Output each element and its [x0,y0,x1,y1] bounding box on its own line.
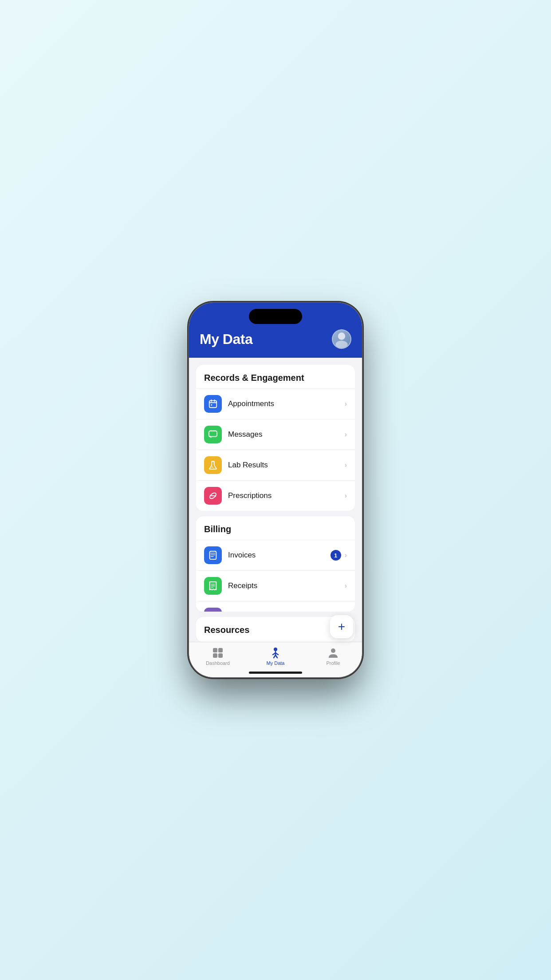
phone-frame: My Data Records & Engagement [189,303,362,677]
receipts-item[interactable]: Receipts › [196,570,355,601]
avatar[interactable] [332,329,351,349]
tab-my-data[interactable]: My Data [247,647,304,666]
svg-rect-27 [213,648,217,652]
invoices-item[interactable]: Invoices 1 › [196,540,355,570]
appointments-label: Appointments [228,399,345,408]
invoices-label: Invoices [228,551,331,560]
tab-profile[interactable]: Profile [304,647,362,666]
fab-plus-icon: + [338,620,345,633]
dashboard-tab-icon [212,647,224,659]
home-indicator [249,672,302,674]
lab-results-label: Lab Results [228,461,345,470]
svg-point-10 [213,468,214,469]
messages-label: Messages [228,430,345,439]
svg-rect-7 [209,431,217,437]
fab-button[interactable]: + [330,615,353,638]
grid-icon [212,647,224,659]
billing-section: Billing Invoices 1 › [196,516,355,612]
phone-screen: My Data Records & Engagement [189,303,362,677]
person-active-icon [270,647,281,659]
tab-dashboard[interactable]: Dashboard [189,647,247,666]
page-title: My Data [200,331,252,348]
svg-point-37 [331,648,335,653]
receipts-chevron: › [345,582,347,590]
svg-rect-6 [211,404,212,406]
prescriptions-label: Prescriptions [228,491,345,500]
prescriptions-item[interactable]: Prescriptions › [196,480,355,511]
appointments-icon-wrap [204,395,222,413]
svg-point-0 [338,332,345,340]
svg-point-1 [335,340,347,348]
billing-section-title: Billing [196,516,355,540]
lab-results-icon-wrap [204,456,222,474]
lab-results-item[interactable]: Lab Results › [196,450,355,480]
cards-on-file-icon-wrap [204,608,222,612]
messages-item[interactable]: Messages › [196,419,355,450]
records-section: Records & Engagement Appointments › [196,365,355,511]
invoices-badge: 1 [331,550,341,561]
receipts-label: Receipts [228,581,345,590]
svg-line-36 [276,655,277,658]
profile-tab-icon [327,647,339,659]
dynamic-island [249,309,302,324]
dashboard-tab-label: Dashboard [206,660,230,666]
invoice-icon [208,550,218,560]
receipts-icon-wrap [204,577,222,595]
lab-results-chevron: › [345,461,347,469]
svg-point-9 [212,466,213,468]
invoices-chevron: › [345,551,347,559]
prescriptions-icon-wrap [204,487,222,505]
my-data-tab-icon [269,647,282,659]
invoices-icon-wrap [204,546,222,564]
my-data-tab-label: My Data [267,660,285,666]
appointments-chevron: › [345,400,347,408]
messages-icon-wrap [204,426,222,443]
svg-point-31 [274,648,277,651]
appointments-item[interactable]: Appointments › [196,388,355,419]
svg-rect-30 [218,653,223,658]
svg-rect-2 [209,401,217,408]
person-icon [327,647,339,659]
message-icon [208,430,218,439]
messages-chevron: › [345,431,347,439]
receipt-icon [208,581,218,591]
calendar-icon [208,399,218,409]
svg-rect-28 [218,648,223,652]
cards-on-file-item[interactable]: Cards on File › [196,601,355,612]
svg-rect-29 [213,653,217,658]
svg-rect-17 [210,551,216,559]
flask-icon [208,460,218,470]
pill-icon [208,491,218,501]
records-section-title: Records & Engagement [196,365,355,388]
avatar-icon [333,330,350,348]
avatar-image [333,330,350,348]
prescriptions-chevron: › [345,492,347,500]
profile-tab-label: Profile [326,660,340,666]
